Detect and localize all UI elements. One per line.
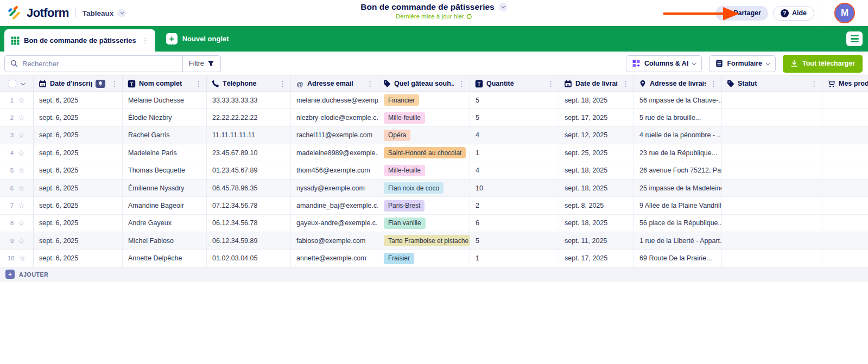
star-icon[interactable]: ☆	[19, 254, 26, 262]
download-all-button[interactable]: Tout télécharger	[783, 55, 863, 73]
cell-name[interactable]: Andre Gayeux	[123, 215, 207, 232]
cell-address[interactable]: 1 rue de la Liberté - Appart...	[634, 232, 722, 249]
cell-products[interactable]	[822, 180, 868, 196]
cell-qty[interactable]: 4	[470, 162, 559, 179]
cell-products[interactable]	[822, 250, 868, 267]
cell-date[interactable]: sept. 6, 2025	[34, 127, 123, 144]
cell-address[interactable]: 9 Allée de la Plaine Vandrille...	[634, 197, 722, 214]
column-menu-kebab-icon[interactable]: ⋮	[365, 80, 375, 87]
cell-phone[interactable]: 11.11.11.11.11	[207, 127, 291, 144]
cell-date[interactable]: sept. 6, 2025	[34, 250, 123, 267]
column-menu-kebab-icon[interactable]: ⋮	[809, 80, 819, 87]
cell-name[interactable]: Michel Fabioso	[123, 232, 207, 249]
cell-products[interactable]	[822, 232, 868, 249]
cell-delivery[interactable]: sept. 12, 2025	[559, 127, 634, 144]
column-header[interactable]: Quel gâteau souh...⋮	[378, 76, 470, 91]
cell-phone[interactable]: 06.12.34.56.78	[207, 215, 291, 232]
column-header[interactable]: 10Date d'inscript...⋮	[34, 76, 123, 91]
jotform-logo[interactable]: Jotform	[8, 6, 69, 21]
cell-products[interactable]	[822, 144, 868, 161]
cell-delivery[interactable]: sept. 18, 2025	[559, 180, 634, 196]
cell-cake[interactable]: Fraisier	[378, 250, 470, 267]
cell-status[interactable]	[722, 250, 822, 267]
cell-date[interactable]: sept. 6, 2025	[34, 197, 123, 214]
select-all-checkbox[interactable]	[9, 80, 16, 87]
cell-products[interactable]	[822, 127, 868, 144]
form-button[interactable]: Formulaire	[709, 55, 776, 72]
cell-delivery[interactable]: sept. 18, 2025	[559, 215, 634, 232]
cell-delivery[interactable]: sept. 11, 2025	[559, 232, 634, 249]
cell-email[interactable]: gayeux-andre@exemple.c...	[291, 215, 378, 232]
cell-qty[interactable]: 2	[470, 197, 559, 214]
cell-qty[interactable]: 10	[470, 180, 559, 196]
column-menu-kebab-icon[interactable]: ⋮	[278, 80, 287, 87]
tab-active-sheet[interactable]: Bon de commande de pâtisseries ⋮	[4, 29, 155, 52]
cell-status[interactable]	[722, 127, 822, 144]
cell-date[interactable]: sept. 6, 2025	[34, 109, 123, 126]
search-box[interactable]	[5, 56, 182, 72]
add-row-strip[interactable]: + AJOUTER	[0, 267, 868, 282]
cell-status[interactable]	[722, 232, 822, 249]
column-header[interactable]: 10Date de livraison ...⋮	[559, 76, 634, 91]
cell-phone[interactable]: 22.22.22.22.22	[207, 109, 291, 126]
star-icon[interactable]: ☆	[18, 131, 25, 139]
cell-date[interactable]: sept. 6, 2025	[34, 144, 123, 161]
cell-qty[interactable]: 5	[470, 109, 559, 126]
column-header[interactable]: TQuantité⋮	[470, 76, 559, 91]
cell-phone[interactable]: 23.45.67.89.10	[207, 144, 291, 161]
cell-qty[interactable]: 1	[470, 250, 559, 267]
cell-name[interactable]: Rachel Garris	[123, 127, 207, 144]
filter-button[interactable]: Filtre	[182, 56, 220, 72]
cell-products[interactable]	[822, 162, 868, 179]
cell-email[interactable]: rachel111@exemple.com	[291, 127, 378, 144]
cell-name[interactable]: Amandine Bageoir	[123, 197, 207, 214]
cell-cake[interactable]: Mille-feuille	[378, 109, 470, 126]
plus-icon[interactable]: +	[5, 270, 15, 279]
cell-address[interactable]: 56 impasse de la Chauve-...	[634, 92, 722, 108]
cell-delivery[interactable]: sept. 17, 2025	[559, 250, 634, 267]
cell-name[interactable]: Émilienne Nyssdry	[123, 180, 207, 196]
column-header[interactable]: Téléphone⋮	[207, 76, 291, 91]
cell-cake[interactable]: Opéra	[378, 127, 470, 144]
bell-icon[interactable]	[96, 80, 105, 88]
column-header[interactable]: Adresse de livrais...⋮	[634, 76, 722, 91]
cell-delivery[interactable]: sept. 25, 2025	[559, 144, 634, 161]
cell-address[interactable]: 69 Route De la Prairie...	[634, 250, 722, 267]
cell-name[interactable]: Élodie Niezbry	[123, 109, 207, 126]
cell-status[interactable]	[722, 92, 822, 108]
share-button[interactable]: Partager	[715, 6, 768, 21]
cell-date[interactable]: sept. 6, 2025	[34, 162, 123, 179]
cell-cake[interactable]: Financier	[378, 92, 470, 108]
column-menu-kebab-icon[interactable]: ⋮	[110, 80, 119, 87]
cell-address[interactable]: 23 rue de la République...	[634, 144, 722, 161]
cell-address[interactable]: 26 avenue Foch 75212, Paris	[634, 162, 722, 179]
column-header[interactable]: Statut⋮	[722, 76, 822, 91]
cell-qty[interactable]: 1	[470, 144, 559, 161]
cell-delivery[interactable]: sept. 18, 2025	[559, 162, 634, 179]
cell-email[interactable]: madeleine8989@exemple....	[291, 144, 378, 161]
cell-status[interactable]	[722, 197, 822, 214]
cell-date[interactable]: sept. 6, 2025	[34, 180, 123, 196]
cell-email[interactable]: annette@exemple.com	[291, 250, 378, 267]
cell-name[interactable]: Annette Delpêche	[123, 250, 207, 267]
column-header[interactable]: @Adresse email⋮	[291, 76, 378, 91]
search-input[interactable]	[22, 60, 177, 68]
cell-cake[interactable]: Tarte Framboise et pistache	[378, 232, 470, 249]
title-chevron-down-icon[interactable]	[499, 3, 508, 11]
star-icon[interactable]: ☆	[18, 184, 25, 192]
tab-menu-kebab-icon[interactable]: ⋮	[141, 37, 150, 44]
columns-ai-button[interactable]: Columns & AI	[626, 55, 702, 72]
cell-qty[interactable]: 4	[470, 127, 559, 144]
cell-delivery[interactable]: sept. 8, 2025	[559, 197, 634, 214]
cell-phone[interactable]: 01.23.45.67.89	[207, 162, 291, 179]
cell-products[interactable]	[822, 215, 868, 232]
new-tab-button[interactable]: + Nouvel onglet	[166, 26, 229, 52]
cell-products[interactable]	[822, 92, 868, 108]
cell-name[interactable]: Thomas Becquette	[123, 162, 207, 179]
cell-qty[interactable]: 6	[470, 215, 559, 232]
cell-cake[interactable]: Flan vanille	[378, 215, 470, 232]
star-icon[interactable]: ☆	[18, 97, 25, 104]
star-icon[interactable]: ☆	[18, 237, 25, 245]
column-menu-kebab-icon[interactable]: ⋮	[457, 80, 466, 87]
cell-status[interactable]	[722, 180, 822, 196]
